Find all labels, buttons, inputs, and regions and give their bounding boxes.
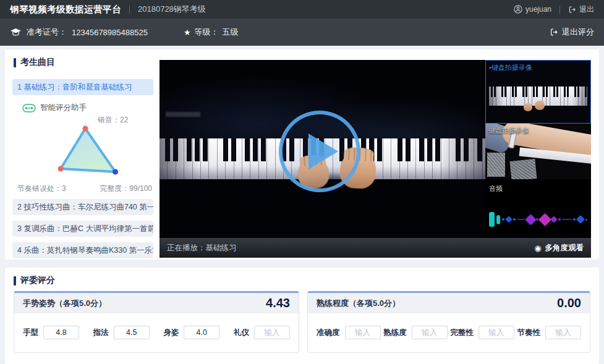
field-rhythm: 节奏性	[517, 326, 581, 339]
title-accent-bar	[14, 276, 16, 286]
field-fingering: 指法	[93, 326, 150, 339]
thumb-hand-left	[524, 103, 532, 111]
waveform-segment	[573, 218, 576, 221]
completeness-input[interactable]	[479, 326, 514, 339]
scoring-section-title: 评委评分	[14, 275, 55, 286]
radar-vertex-dot	[83, 126, 88, 132]
title-accent-bar	[14, 58, 16, 67]
posture-input[interactable]	[184, 326, 219, 339]
thumb-black-keys	[489, 87, 587, 96]
radar-svg	[12, 119, 153, 183]
radar-vertex-dot	[58, 166, 64, 172]
field-label: 完整性	[450, 328, 474, 338]
waveform-segment	[496, 215, 500, 224]
ticket-label: 准考证号：	[27, 27, 67, 38]
multi-angle-label: 多角度观看	[545, 243, 584, 253]
app-title: 钢琴视频考级数据运营平台	[10, 4, 121, 15]
ai-score-assistant: 智能评分助手	[22, 103, 87, 113]
field-completeness: 完整性	[450, 326, 514, 339]
waveform-segment	[517, 219, 525, 220]
thumbnail-2-label: 键盘拍摄录像	[488, 126, 529, 135]
level-label: 等级：	[195, 27, 219, 38]
score-card-total: 4.43	[266, 296, 290, 310]
video-player: •键盘拍摄录像 键盘拍摄录像 音频 正在播放：基础练习	[160, 60, 591, 258]
field-label: 指法	[93, 328, 109, 338]
song-item-2[interactable]: 2 技巧性练习曲：车尔尼练习曲740 第一首	[12, 199, 153, 215]
accuracy-input[interactable]	[345, 326, 381, 339]
ticket-number: 12345678985488525	[72, 28, 148, 37]
audio-label: 音频	[489, 184, 503, 193]
logout-label: 退出	[579, 4, 594, 15]
fingering-input[interactable]	[114, 326, 150, 339]
thumbnail-1-label: •键盘拍摄录像	[489, 63, 532, 72]
score-card-fields: 准确度 熟练度 完整性 节奏性	[308, 313, 590, 352]
logout-button[interactable]: 退出	[568, 4, 594, 15]
field-label: 礼仪	[234, 328, 249, 338]
thumb-hand-right	[535, 101, 545, 110]
level-value: 五级	[223, 27, 239, 38]
song-item-4[interactable]: 4 乐曲：莫扎特钢琴奏鸣曲K330 第一乐章	[12, 242, 153, 258]
texture-block	[509, 159, 537, 179]
score-card-title: 熟练程度（各项5.0分）	[317, 298, 400, 309]
waveform-segment	[576, 215, 585, 224]
field-accuracy: 准确度	[317, 326, 381, 339]
hand-shape-input[interactable]	[43, 326, 79, 339]
main-video[interactable]	[160, 60, 485, 238]
assistant-label: 智能评分助手	[40, 103, 87, 113]
assistant-icon	[22, 104, 36, 112]
username: yuejuan	[525, 5, 551, 14]
score-card-title: 手势姿势（各项5.0分）	[23, 298, 106, 309]
score-card-header: 手势姿势（各项5.0分） 4.43	[14, 293, 299, 313]
scoring-title-text: 评委评分	[20, 275, 55, 286]
multi-angle-button[interactable]: ◉ 多角度观看	[534, 243, 584, 253]
waveform-segment	[513, 218, 516, 221]
song-item-3[interactable]: 3 复调乐曲：巴赫C 大调平均律第一首前奏曲	[12, 221, 153, 237]
audio-waveform	[489, 211, 587, 227]
star-icon: ★	[184, 28, 191, 37]
logout-icon	[568, 6, 576, 14]
ticket-info: 准考证号：12345678985488525	[10, 27, 148, 38]
waveform-segment	[563, 219, 571, 220]
radar-label-rhythm-errors: 节奏错误处：3	[17, 184, 66, 194]
session-title: 20180728钢琴考级	[138, 4, 206, 15]
exit-scoring-button[interactable]: 退出评分	[550, 27, 594, 38]
radar-label-completeness: 完整度：99/100	[100, 184, 152, 194]
waveform-segment	[538, 213, 551, 226]
waveform-segment	[585, 219, 587, 221]
score-card-total: 0.00	[557, 296, 581, 310]
etiquette-input[interactable]	[254, 326, 290, 339]
waveform-segment	[558, 218, 561, 221]
field-posture: 身姿	[163, 326, 219, 339]
proficiency-input[interactable]	[412, 326, 448, 339]
song-item-1[interactable]: 1 基础练习：音阶和琶音基础练习	[12, 79, 153, 95]
waveform-segment	[502, 218, 504, 221]
app-header: 钢琴视频考级数据运营平台 20180728钢琴考级 yuejuan 退出	[0, 0, 604, 19]
waveform-segment	[551, 216, 558, 222]
user-icon	[514, 5, 522, 14]
waveform-segment	[525, 214, 536, 225]
level-info: ★ 等级：五级	[184, 27, 239, 38]
songs-section-title: 考生曲目	[14, 57, 55, 68]
audio-track[interactable]: 音频	[485, 179, 591, 238]
thumbnail-keyboard-cam-1[interactable]: •键盘拍摄录像	[485, 60, 591, 124]
score-radar-chart: 错音：22 节奏错误处：3 完整度：99/100	[12, 114, 153, 197]
rhythm-input[interactable]	[545, 326, 581, 339]
user-menu[interactable]: yuejuan	[514, 5, 551, 14]
songs-title-text: 考生曲目	[20, 57, 55, 68]
radar-vertex-dot	[113, 169, 118, 175]
score-card-gesture: 手势姿势（各项5.0分） 4.43 手型 指法 身姿 礼仪	[14, 291, 299, 353]
video-watermark	[166, 112, 200, 117]
texture-block	[487, 153, 505, 177]
field-label: 熟练度	[383, 328, 407, 338]
waveform-segment	[489, 212, 495, 227]
thumbnail-keyboard-cam-2[interactable]: 键盘拍摄录像	[485, 124, 591, 179]
exit-scoring-icon	[550, 28, 558, 36]
exam-panel: 考生曲目 1 基础练习：音阶和琶音基础练习 智能评分助手 错音：22 节奏错误处…	[5, 49, 599, 260]
play-button[interactable]	[279, 111, 360, 192]
field-label: 准确度	[317, 328, 340, 338]
field-proficiency: 熟练度	[383, 326, 448, 339]
score-card-fields: 手型 指法 身姿 礼仪	[14, 313, 299, 352]
field-label: 身姿	[163, 328, 179, 338]
graduation-cap-icon	[10, 28, 22, 37]
exit-scoring-label: 退出评分	[562, 27, 594, 38]
